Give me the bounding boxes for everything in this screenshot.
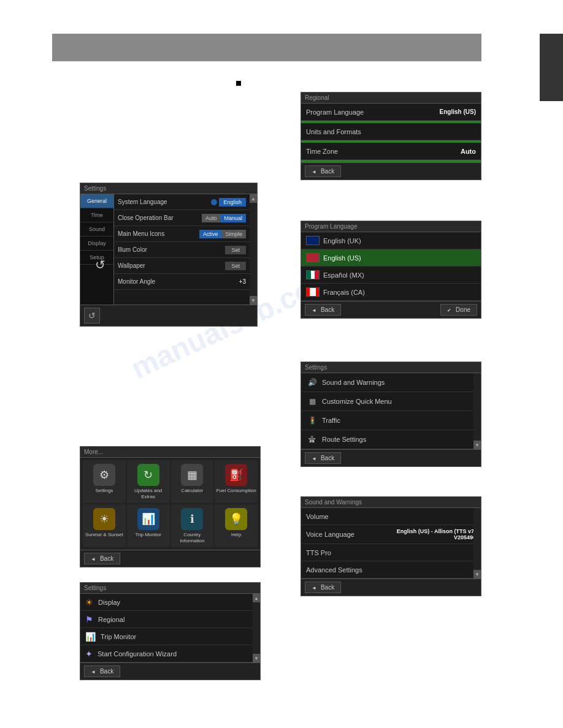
wallpaper-set-btn[interactable]: Set bbox=[225, 262, 246, 270]
monitor-angle-value: +3 bbox=[239, 278, 246, 285]
regional-label: Regional bbox=[98, 616, 124, 623]
nav-scrollbar[interactable]: ▼ bbox=[473, 373, 481, 449]
program-lang-panel: Program Language English (UK) English (U… bbox=[301, 221, 481, 319]
regional-back-btn[interactable]: Back bbox=[305, 165, 341, 177]
program-lang-back-label: Back bbox=[321, 306, 334, 313]
route-icon: 🛣 bbox=[306, 433, 318, 446]
nav-back-arrow-icon bbox=[312, 455, 318, 461]
en-uk-label: English (UK) bbox=[323, 237, 361, 245]
settings-nav-back-btn[interactable]: Back bbox=[305, 452, 341, 464]
more-item-calculator[interactable]: ▦ Calculator bbox=[171, 460, 214, 503]
menu-icons-toggle[interactable]: Active Simple bbox=[199, 230, 246, 238]
help-icon: 💡 bbox=[225, 508, 247, 530]
setup-scroll-up[interactable]: ▲ bbox=[253, 594, 260, 602]
more-item-updates[interactable]: ↻ Updates and Extras bbox=[127, 460, 170, 503]
nav-scroll-down[interactable]: ▼ bbox=[473, 441, 481, 449]
more-item-settings[interactable]: ⚙ Settings bbox=[83, 460, 126, 503]
settings-row-wallpaper: Wallpaper Set bbox=[114, 258, 250, 274]
manual-btn[interactable]: Manual bbox=[220, 214, 246, 222]
setup-scroll-down[interactable]: ▼ bbox=[253, 654, 260, 662]
regional-row-timezone[interactable]: Time Zone Auto bbox=[301, 143, 481, 160]
settings-back-icon-btn[interactable]: ↺ bbox=[84, 308, 100, 324]
settings-tabs: General Time Sound Display Setup bbox=[80, 194, 114, 305]
more-item-fuel[interactable]: ⛽ Fuel Consumption bbox=[215, 460, 258, 503]
more-title: More... bbox=[80, 447, 260, 458]
settings-row-system-language: System Language English bbox=[114, 194, 250, 210]
undo-arrow-icon: ↺ bbox=[95, 257, 105, 272]
lang-row-en-us[interactable]: English (US) bbox=[301, 249, 481, 267]
settings-nav-panel: Settings 🔊 Sound and Warnings ▦ Customiz… bbox=[301, 362, 481, 467]
trip-monitor-icon: 📊 bbox=[85, 632, 96, 642]
simple-btn[interactable]: Simple bbox=[221, 230, 246, 238]
setup-row-wizard[interactable]: ✦ Start Configuration Wizard bbox=[80, 645, 260, 662]
setup-back-btn[interactable]: Back bbox=[84, 665, 120, 677]
sound-row-voice-lang[interactable]: Voice Language English (US) - Allison (T… bbox=[301, 525, 481, 544]
setup-back-label: Back bbox=[100, 668, 113, 675]
tab-time[interactable]: Time bbox=[80, 208, 113, 222]
lang-row-en-uk[interactable]: English (UK) bbox=[301, 232, 481, 249]
more-settings-label: Settings bbox=[95, 488, 113, 494]
regional-row-program-lang[interactable]: Program Language English (US) bbox=[301, 104, 481, 121]
settings-row-monitor-angle: Monitor Angle +3 bbox=[114, 274, 250, 290]
more-item-help[interactable]: 💡 Help bbox=[215, 504, 258, 547]
more-item-sunrise[interactable]: ☀ Sunrise & Sunset bbox=[83, 504, 126, 547]
setup-row-display[interactable]: ☀ Display bbox=[80, 594, 260, 611]
lang-row-es-mx[interactable]: Español (MX) bbox=[301, 267, 481, 284]
scroll-down-btn[interactable]: ▼ bbox=[250, 296, 257, 305]
nav-row-quick-menu[interactable]: ▦ Customize Quick Menu bbox=[301, 392, 481, 411]
more-back-btn[interactable]: Back bbox=[84, 553, 120, 564]
volume-label: Volume bbox=[306, 513, 329, 520]
display-label: Display bbox=[98, 599, 120, 606]
setup-row-trip[interactable]: 📊 Trip Monitor bbox=[80, 628, 260, 645]
program-lang-back-btn[interactable]: Back bbox=[305, 304, 341, 316]
quick-menu-icon: ▦ bbox=[306, 395, 318, 408]
scroll-up-btn[interactable]: ▲ bbox=[250, 194, 257, 203]
scrollbar[interactable]: ▲ ▼ bbox=[250, 194, 257, 305]
wallpaper-label: Wallpaper bbox=[118, 262, 145, 269]
sound-row-advanced[interactable]: Advanced Settings bbox=[301, 561, 481, 578]
program-lang-panel-title: Program Language bbox=[301, 221, 481, 232]
active-btn[interactable]: Active bbox=[199, 230, 222, 238]
system-language-label: System Language bbox=[118, 199, 167, 205]
more-item-country[interactable]: ℹ Country Information bbox=[171, 504, 214, 547]
traffic-icon: 🚦 bbox=[306, 414, 318, 427]
more-grid: ⚙ Settings ↻ Updates and Extras ▦ Calcul… bbox=[80, 458, 260, 550]
nav-row-traffic[interactable]: 🚦 Traffic bbox=[301, 411, 481, 430]
header-bar bbox=[52, 34, 481, 61]
sound-back-label: Back bbox=[321, 584, 334, 591]
fr-ca-label: Français (CA) bbox=[323, 289, 365, 296]
updates-icon: ↻ bbox=[137, 464, 159, 486]
calculator-icon: ▦ bbox=[181, 464, 203, 486]
tab-sound[interactable]: Sound bbox=[80, 222, 113, 237]
sound-back-btn[interactable]: Back bbox=[305, 582, 341, 593]
us-flag-icon bbox=[306, 253, 320, 262]
settings-setup-panel: Settings ☀ Display ⚑ Regional 📊 Trip Mon… bbox=[80, 582, 261, 680]
sound-warnings-panel-title: Sound and Warnings bbox=[301, 497, 481, 508]
setup-scrollbar[interactable]: ▲ ▼ bbox=[253, 594, 260, 662]
sound-scroll-down[interactable]: ▼ bbox=[473, 570, 481, 578]
units-formats-label: Units and Formats bbox=[306, 128, 361, 135]
more-item-trip[interactable]: 📊 Trip Monitor bbox=[127, 504, 170, 547]
display-row-content: ☀ Display bbox=[85, 597, 120, 607]
sound-row-volume[interactable]: Volume bbox=[301, 508, 481, 525]
nav-row-route[interactable]: 🛣 Route Settings bbox=[301, 430, 481, 449]
regional-row-units[interactable]: Units and Formats bbox=[301, 123, 481, 140]
tab-display[interactable]: Display bbox=[80, 237, 113, 251]
lang-row-fr-ca[interactable]: Français (CA) bbox=[301, 284, 481, 301]
monitor-angle-label: Monitor Angle bbox=[118, 278, 155, 285]
sound-row-tts[interactable]: TTS Pro bbox=[301, 544, 481, 561]
nav-row-sound[interactable]: 🔊 Sound and Warnings bbox=[301, 373, 481, 392]
route-row-content: 🛣 Route Settings bbox=[306, 433, 366, 446]
tab-general[interactable]: General bbox=[80, 194, 113, 208]
traffic-row-content: 🚦 Traffic bbox=[306, 414, 340, 427]
illum-color-set-btn[interactable]: Set bbox=[225, 246, 246, 254]
close-op-bar-label: Close Operation Bar bbox=[118, 214, 174, 221]
system-language-btn[interactable]: English bbox=[219, 198, 246, 207]
auto-btn[interactable]: Auto bbox=[202, 214, 221, 222]
setup-row-regional[interactable]: ⚑ Regional bbox=[80, 611, 260, 628]
close-op-bar-toggle[interactable]: Auto Manual bbox=[202, 214, 246, 222]
program-lang-done-btn[interactable]: Done bbox=[440, 304, 477, 316]
regional-panel: Regional Program Language English (US) U… bbox=[301, 92, 481, 180]
more-footer: Back bbox=[80, 550, 260, 567]
sound-scrollbar[interactable]: ▼ bbox=[473, 508, 481, 578]
